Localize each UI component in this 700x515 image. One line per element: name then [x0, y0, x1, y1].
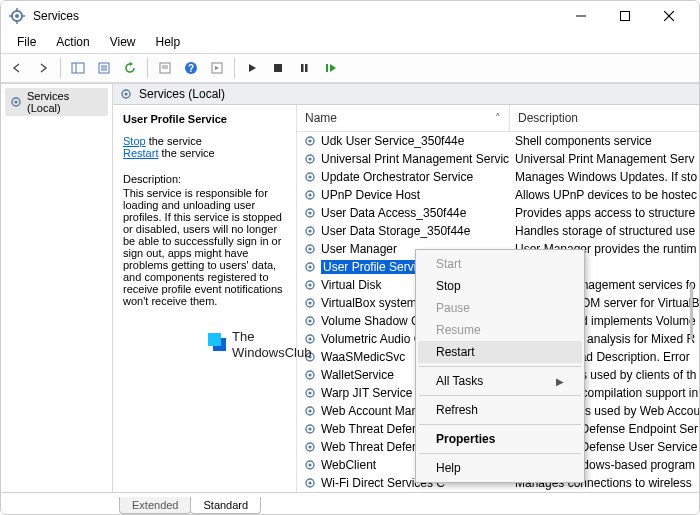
view-tabs: Extended Standard	[1, 492, 699, 514]
gear-icon	[303, 440, 317, 454]
show-hide-tree-button[interactable]	[66, 57, 90, 79]
service-name: WaaSMedicSvc	[321, 350, 405, 364]
back-button[interactable]	[5, 57, 29, 79]
start-service-button[interactable]	[240, 57, 264, 79]
svg-point-69	[308, 481, 311, 484]
ctx-separator	[419, 366, 581, 367]
svg-point-49	[308, 301, 311, 304]
selected-service-title: User Profile Service	[123, 113, 286, 125]
service-name: Warp JIT Service	[321, 386, 412, 400]
ctx-resume[interactable]: Resume	[418, 319, 582, 341]
refresh-button[interactable]	[118, 57, 142, 79]
gear-icon	[303, 422, 317, 436]
ctx-help[interactable]: Help	[418, 457, 582, 479]
svg-point-27	[14, 100, 17, 103]
show-hide-action-button[interactable]	[205, 57, 229, 79]
column-header-name[interactable]: Name ˄	[297, 105, 509, 131]
gear-icon	[303, 242, 317, 256]
svg-rect-25	[326, 64, 328, 72]
gear-icon	[119, 87, 133, 101]
restart-link[interactable]: Restart	[123, 147, 158, 159]
maximize-button[interactable]	[603, 1, 647, 31]
service-desc: Provides apps access to structure	[509, 206, 699, 220]
description-label: Description:	[123, 173, 286, 185]
gear-icon	[9, 95, 23, 109]
svg-point-35	[308, 175, 311, 178]
service-desc: Universal Print Management Serv	[509, 152, 699, 166]
ctx-restart[interactable]: Restart	[418, 341, 582, 363]
console-tree: Services (Local)	[1, 84, 113, 492]
ctx-separator	[419, 424, 581, 425]
gear-icon	[303, 314, 317, 328]
ctx-separator	[419, 453, 581, 454]
ctx-properties[interactable]: Properties	[418, 428, 582, 450]
service-desc: Handles storage of structured use	[509, 224, 699, 238]
svg-rect-22	[274, 64, 282, 72]
service-row[interactable]: Udk User Service_350f44eShell components…	[297, 132, 699, 150]
toolbar: ?	[1, 53, 699, 83]
svg-point-51	[308, 319, 311, 322]
svg-point-33	[308, 157, 311, 160]
tree-item-services-local[interactable]: Services (Local)	[5, 88, 108, 116]
list-header: Name ˄ Description	[297, 105, 699, 132]
menu-action[interactable]: Action	[46, 33, 99, 51]
gear-icon	[303, 368, 317, 382]
service-row[interactable]: Update Orchestrator ServiceManages Windo…	[297, 168, 699, 186]
close-button[interactable]	[647, 1, 691, 31]
help-button[interactable]: ?	[179, 57, 203, 79]
scrollbar-thumb[interactable]	[690, 132, 693, 492]
svg-point-39	[308, 211, 311, 214]
forward-button[interactable]	[31, 57, 55, 79]
menu-help[interactable]: Help	[146, 33, 191, 51]
stop-link[interactable]: Stop	[123, 135, 146, 147]
svg-point-29	[124, 92, 127, 95]
pause-service-button[interactable]	[292, 57, 316, 79]
service-name: User Data Access_350f44e	[321, 206, 466, 220]
service-name: Volumetric Audio Co	[321, 332, 429, 346]
details-header-label: Services (Local)	[139, 87, 225, 101]
details-pane: Services (Local) User Profile Service St…	[113, 84, 699, 492]
service-row[interactable]: User Data Storage_350f44eHandles storage…	[297, 222, 699, 240]
service-row[interactable]: UPnP Device HostAllows UPnP devices to b…	[297, 186, 699, 204]
tab-standard[interactable]: Standard	[190, 497, 261, 514]
svg-point-55	[308, 355, 311, 358]
main-area: Services (Local) Services (Local) User P…	[1, 83, 699, 492]
minimize-button[interactable]	[559, 1, 603, 31]
tab-extended[interactable]: Extended	[119, 497, 191, 514]
ctx-pause[interactable]: Pause	[418, 297, 582, 319]
service-desc: Manages Windows Updates. If sto	[509, 170, 699, 184]
restart-service-button[interactable]	[318, 57, 342, 79]
svg-point-67	[308, 463, 311, 466]
gear-icon	[303, 224, 317, 238]
ctx-all-tasks[interactable]: All Tasks▶	[418, 370, 582, 392]
menu-view[interactable]: View	[100, 33, 146, 51]
gear-icon	[303, 170, 317, 184]
service-row[interactable]: Universal Print Management ServiceUniver…	[297, 150, 699, 168]
gear-icon	[303, 260, 317, 274]
description-body: This service is responsible for loading …	[123, 187, 286, 307]
ctx-refresh[interactable]: Refresh	[418, 399, 582, 421]
action-line-restart: Restart the service	[123, 147, 286, 159]
column-header-description[interactable]: Description	[509, 105, 699, 131]
ctx-stop[interactable]: Stop	[418, 275, 582, 297]
service-description-pane: User Profile Service Stop the service Re…	[113, 105, 297, 492]
properties-button[interactable]	[153, 57, 177, 79]
service-row[interactable]: User Data Access_350f44eProvides apps ac…	[297, 204, 699, 222]
service-name: Udk User Service_350f44e	[321, 134, 464, 148]
svg-rect-10	[72, 63, 84, 73]
export-list-button[interactable]	[92, 57, 116, 79]
ctx-start[interactable]: Start	[418, 253, 582, 275]
service-name: User Manager	[321, 242, 397, 256]
svg-rect-24	[305, 64, 308, 72]
gear-icon	[303, 350, 317, 364]
svg-point-53	[308, 337, 311, 340]
stop-service-button[interactable]	[266, 57, 290, 79]
svg-point-65	[308, 445, 311, 448]
window-title: Services	[33, 9, 559, 23]
menu-file[interactable]: File	[7, 33, 46, 51]
service-desc: Shell components service	[509, 134, 699, 148]
gear-icon	[303, 296, 317, 310]
svg-rect-7	[621, 12, 630, 21]
gear-icon	[303, 206, 317, 220]
tree-item-label: Services (Local)	[27, 90, 104, 114]
